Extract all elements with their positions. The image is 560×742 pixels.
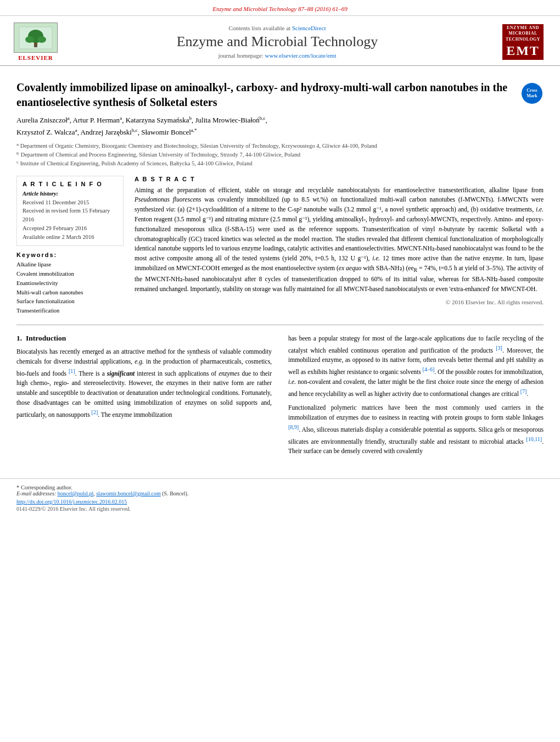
emt-subtitle-text: ENZYME ANDMICROBIALTECHNOLOGY <box>506 25 540 42</box>
journal-title: Enzyme and Microbial Technology <box>71 34 483 50</box>
elsevier-tree-icon <box>16 24 55 52</box>
title-section: Covalently immobilized lipase on aminoal… <box>16 80 544 110</box>
email-link-2[interactable]: slawomir.boncel@gmail.com <box>96 490 161 496</box>
introduction-section: 1. Introduction Biocatalysis has recentl… <box>16 334 544 456</box>
ref-8-9-link[interactable]: [8,9] <box>288 424 299 430</box>
footer-section: * Corresponding author. E-mail addresses… <box>0 478 560 517</box>
ref-7-link[interactable]: [7] <box>520 388 527 394</box>
article-body: Covalently immobilized lipase on aminoal… <box>0 66 560 467</box>
keyword-3: Enantioselectivity <box>16 279 124 288</box>
section-divider <box>16 325 544 325</box>
footnote-corresponding: * Corresponding author. <box>16 484 544 490</box>
copyright-footer: 0141-0229/© 2016 Elsevier Inc. All right… <box>16 506 544 512</box>
intro-col2-para2: Functionalized polymeric matrices have b… <box>288 403 544 456</box>
received-line: Received 11 December 2015 <box>23 198 117 207</box>
keyword-2: Covalent immobilization <box>16 270 124 279</box>
article-title: Covalently immobilized lipase on aminoal… <box>16 80 522 110</box>
authors-line: Aurelia Zniszczoła, Artur P. Hermana, Ka… <box>16 114 544 138</box>
revised-line: Received in revised form 15 February 201… <box>23 207 117 224</box>
intro-col1-text: Biocatalysis has recently emerged as an … <box>16 347 272 420</box>
affiliations: ᵃ Department of Organic Chemistry, Bioor… <box>16 142 544 168</box>
keywords-header: Keywords: <box>16 252 124 258</box>
article-info-abstract-cols: A R T I C L E I N F O Article history: R… <box>16 176 544 316</box>
footnote-email-line: E-mail addresses: boncel@polsl.pl, slawo… <box>16 490 544 496</box>
abstract-header: A B S T R A C T <box>135 176 544 182</box>
doi-line: http://dx.doi.org/10.1016/j.enzmictec.20… <box>16 499 544 505</box>
header-section: ELSEVIER Contents lists available at Sci… <box>0 16 560 66</box>
email-label: E-mail addresses: <box>16 490 56 496</box>
abstract-section: A B S T R A C T Aiming at the preparatio… <box>135 176 544 316</box>
affiliation-b: ᵇ Department of Chemical and Process Eng… <box>16 150 544 159</box>
contents-line: Contents lists available at ScienceDirec… <box>71 25 483 31</box>
keyword-4: Multi-wall carbon nanotubes <box>16 288 124 298</box>
emt-label-text: EMT <box>506 43 540 58</box>
journal-ref: Enzyme and Microbial Technology 87–88 (2… <box>212 5 347 12</box>
email-link[interactable]: boncel@polsl.pl <box>58 490 94 496</box>
ref-10-11-link[interactable]: [10,11] <box>526 436 542 442</box>
intro-col2-para1: has been a popular strategy for most of … <box>288 334 544 399</box>
keyword-6: Transesterification <box>16 306 124 316</box>
svg-point-5 <box>35 45 37 47</box>
ref-4-6-link[interactable]: [4–6] <box>423 366 435 372</box>
keywords-section: Keywords: Alkaline lipase Covalent immob… <box>16 252 124 316</box>
crossmark-badge: CrossMark <box>522 83 544 105</box>
intro-section-title: 1. Introduction <box>16 334 272 343</box>
ref-3-link[interactable]: [3] <box>496 345 502 351</box>
emt-logo-box: ENZYME ANDMICROBIALTECHNOLOGY EMT <box>502 24 544 60</box>
keyword-1: Alkaline lipase <box>16 260 124 270</box>
intro-col-left: 1. Introduction Biocatalysis has recentl… <box>16 334 272 456</box>
article-info-box: A R T I C L E I N F O Article history: R… <box>16 176 124 247</box>
article-info-col: A R T I C L E I N F O Article history: R… <box>16 176 124 316</box>
abstract-text: Aiming at the preparation of efficient, … <box>135 186 544 294</box>
elsevier-logo-box <box>14 23 58 53</box>
accepted-line: Accepted 29 February 2016 <box>23 224 117 233</box>
header-center: Contents lists available at ScienceDirec… <box>60 25 494 59</box>
ref-1-link[interactable]: [1] <box>69 368 75 374</box>
homepage-link[interactable]: www.elsevier.com/locate/emt <box>265 52 336 59</box>
affiliation-a: ᵃ Department of Organic Chemistry, Bioor… <box>16 142 544 150</box>
homepage-line: journal homepage: www.elsevier.com/locat… <box>71 52 483 59</box>
elsevier-text: ELSEVIER <box>18 54 53 61</box>
article-history-label: Article history: <box>23 191 117 197</box>
emt-logo: ENZYME ANDMICROBIALTECHNOLOGY EMT <box>494 24 544 60</box>
svg-point-4 <box>37 36 46 43</box>
sciencedirect-link[interactable]: ScienceDirect <box>292 25 326 31</box>
article-info-header: A R T I C L E I N F O <box>23 181 117 187</box>
page-container: Enzyme and Microbial Technology 87–88 (2… <box>0 0 560 742</box>
elsevier-logo: ELSEVIER <box>11 23 60 61</box>
available-line: Available online 2 March 2016 <box>23 233 117 242</box>
crossmark-icon: CrossMark <box>522 83 542 104</box>
top-bar: Enzyme and Microbial Technology 87–88 (2… <box>0 0 560 16</box>
doi-link[interactable]: http://dx.doi.org/10.1016/j.enzmictec.20… <box>16 499 127 505</box>
svg-point-3 <box>25 36 34 43</box>
ref-2-link[interactable]: [2] <box>92 409 98 415</box>
keyword-5: Surface functionalization <box>16 297 124 306</box>
affiliation-c: ᶜ Institute of Chemical Engineering, Pol… <box>16 159 544 168</box>
intro-col-right: has been a popular strategy for most of … <box>288 334 544 456</box>
abstract-copyright: © 2016 Elsevier Inc. All rights reserved… <box>135 299 544 305</box>
